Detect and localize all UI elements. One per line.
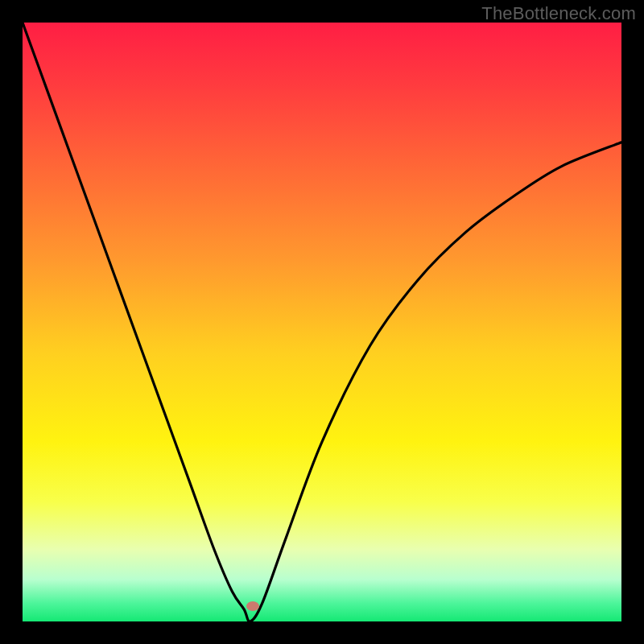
attribution-text: TheBottleneck.com: [481, 3, 636, 24]
plot-area: [23, 23, 621, 621]
chart-frame: TheBottleneck.com: [0, 0, 644, 644]
bottleneck-curve: [23, 23, 621, 621]
